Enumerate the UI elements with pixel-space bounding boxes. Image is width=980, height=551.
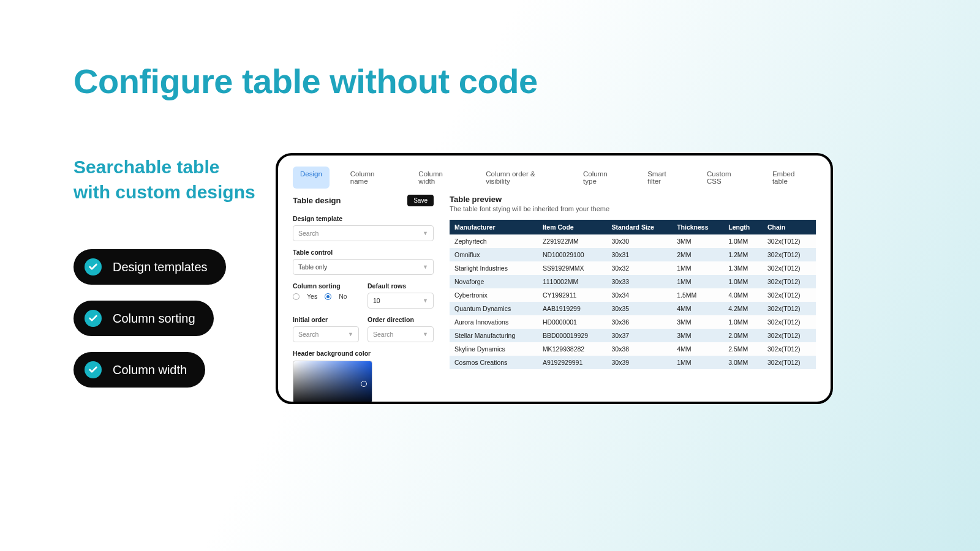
table-cell: 1110002MM	[538, 275, 607, 288]
table-control-label: Table control	[293, 249, 434, 256]
table-cell: 30x34	[606, 288, 672, 302]
table-cell: 2.0MM	[723, 329, 763, 342]
default-rows-select[interactable]: 10 ▼	[368, 293, 434, 309]
check-icon	[85, 310, 102, 327]
column-header[interactable]: Standard Size	[606, 220, 672, 234]
table-cell: 302x(T012)	[763, 302, 816, 315]
table-cell: Starlight Industries	[450, 261, 538, 275]
feature-chip: Design templates	[74, 249, 226, 285]
table-row: Starlight IndustriesSS91929MMX30x321MM1.…	[450, 261, 816, 275]
table-cell: 30x31	[606, 248, 672, 261]
column-header[interactable]: Manufacturer	[450, 220, 538, 234]
table-cell: 1.2MM	[723, 248, 763, 261]
table-cell: 2MM	[672, 248, 723, 261]
preview-header-row: ManufacturerItem CodeStandard SizeThickn…	[450, 220, 816, 234]
table-cell: Novaforge	[450, 275, 538, 288]
table-cell: 3MM	[672, 315, 723, 329]
chevron-down-icon: ▼	[423, 230, 428, 236]
table-row: ZephyrtechZ291922MM30x303MM1.0MM302x(T01…	[450, 234, 816, 248]
table-row: OmnifluxND10002910030x312MM1.2MM302x(T01…	[450, 248, 816, 261]
table-cell: Cosmos Creations	[450, 356, 538, 369]
tab-custom-css[interactable]: Custom CSS	[699, 167, 752, 189]
table-cell: 302x(T012)	[763, 275, 816, 288]
page-subtitle: Searchable table with custom designs	[74, 155, 257, 204]
table-cell: 4.0MM	[723, 288, 763, 302]
table-cell: 4MM	[672, 342, 723, 356]
table-control-select[interactable]: Table only ▼	[293, 259, 434, 275]
table-row: Cosmos CreationsA919292999130x391MM3.0MM…	[450, 356, 816, 369]
tab-design[interactable]: Design	[293, 167, 330, 189]
table-cell: 302x(T012)	[763, 234, 816, 248]
table-cell: MK129938282	[538, 342, 607, 356]
order-direction-label: Order direction	[368, 316, 434, 323]
table-cell: 30x33	[606, 275, 672, 288]
color-picker-cursor[interactable]	[361, 381, 367, 387]
table-cell: 1.0MM	[723, 275, 763, 288]
table-cell: 3MM	[672, 329, 723, 342]
color-picker[interactable]	[293, 361, 372, 403]
table-cell: 302x(T012)	[763, 329, 816, 342]
header-bg-label: Header background color	[293, 350, 434, 357]
table-row: Novaforge1110002MM30x331MM1.0MM302x(T012…	[450, 275, 816, 288]
table-row: Stellar ManufacturingBBD00001992930x373M…	[450, 329, 816, 342]
default-rows-value: 10	[373, 297, 380, 304]
tab-embed-table[interactable]: Embed table	[765, 167, 816, 189]
tab-column-order-visibility[interactable]: Column order & visibility	[478, 167, 562, 189]
table-cell: 1.0MM	[723, 315, 763, 329]
table-cell: 1.5MM	[672, 288, 723, 302]
design-panel-title: Table design	[293, 196, 341, 205]
default-rows-label: Default rows	[368, 282, 434, 290]
column-header[interactable]: Thickness	[672, 220, 723, 234]
column-sorting-label: Column sorting	[293, 282, 359, 290]
table-cell: 4.2MM	[723, 302, 763, 315]
table-cell: 302x(T012)	[763, 248, 816, 261]
table-cell: Quantum Dynamics	[450, 302, 538, 315]
table-cell: CY1992911	[538, 288, 607, 302]
table-row: Aurora InnovationsHD000000130x363MM1.0MM…	[450, 315, 816, 329]
table-cell: 1MM	[672, 261, 723, 275]
design-template-select[interactable]: Search ▼	[293, 225, 434, 241]
feature-chip-label: Column width	[113, 363, 187, 377]
preview-body: ZephyrtechZ291922MM30x303MM1.0MM302x(T01…	[450, 234, 816, 369]
column-header[interactable]: Item Code	[538, 220, 607, 234]
table-row: CybertronixCY199291130x341.5MM4.0MM302x(…	[450, 288, 816, 302]
table-cell: A9192929991	[538, 356, 607, 369]
tab-smart-filter[interactable]: Smart filter	[640, 167, 686, 189]
table-cell: 1MM	[672, 275, 723, 288]
table-cell: 2.5MM	[723, 342, 763, 356]
sorting-yes-radio[interactable]	[293, 293, 300, 300]
column-header[interactable]: Length	[723, 220, 763, 234]
feature-chips: Design templates Column sorting Column w…	[74, 249, 226, 388]
chevron-down-icon: ▼	[423, 298, 428, 304]
table-cell: Cybertronix	[450, 288, 538, 302]
table-cell: SS91929MMX	[538, 261, 607, 275]
table-cell: 1.3MM	[723, 261, 763, 275]
feature-chip-label: Column sorting	[113, 312, 195, 326]
table-cell: 30x38	[606, 342, 672, 356]
tab-column-name[interactable]: Column name	[343, 167, 398, 189]
table-cell: 302x(T012)	[763, 315, 816, 329]
initial-order-select[interactable]: Search ▼	[293, 326, 359, 342]
column-header[interactable]: Chain	[763, 220, 816, 234]
tab-column-type[interactable]: Column type	[576, 167, 627, 189]
design-template-label: Design template	[293, 215, 434, 222]
table-cell: Z291922MM	[538, 234, 607, 248]
sorting-yes-label: Yes	[307, 293, 317, 300]
sorting-no-radio[interactable]	[325, 293, 331, 300]
table-cell: Skyline Dynamics	[450, 342, 538, 356]
table-cell: Omniflux	[450, 248, 538, 261]
save-button[interactable]: Save	[407, 195, 434, 206]
order-direction-select[interactable]: Search ▼	[368, 326, 434, 342]
table-row: Quantum DynamicsAAB191929930x354MM4.2MM3…	[450, 302, 816, 315]
table-cell: 30x32	[606, 261, 672, 275]
preview-table: ManufacturerItem CodeStandard SizeThickn…	[450, 220, 816, 369]
preview-subtitle: The table font stying will be inherited …	[450, 205, 816, 212]
table-cell: Stellar Manufacturing	[450, 329, 538, 342]
preview-title: Table preview	[450, 195, 816, 204]
chevron-down-icon: ▼	[348, 331, 353, 337]
sorting-no-label: No	[339, 293, 347, 300]
table-cell: 302x(T012)	[763, 288, 816, 302]
tab-column-width[interactable]: Column width	[411, 167, 465, 189]
chevron-down-icon: ▼	[423, 331, 428, 337]
table-row: Skyline DynamicsMK12993828230x384MM2.5MM…	[450, 342, 816, 356]
